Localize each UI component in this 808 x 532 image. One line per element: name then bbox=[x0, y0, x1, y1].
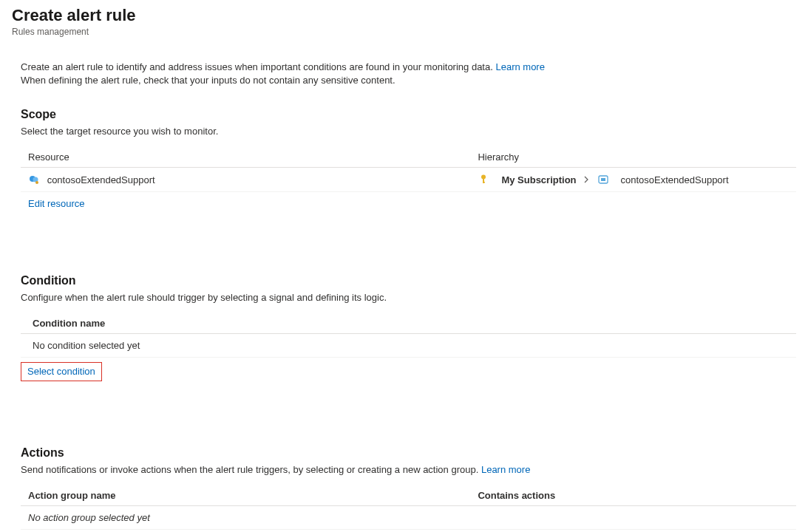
intro-text: Create an alert rule to identify and add… bbox=[21, 61, 796, 87]
cloud-service-icon bbox=[28, 174, 40, 185]
svg-point-2 bbox=[35, 181, 38, 184]
intro-learn-more-link[interactable]: Learn more bbox=[495, 61, 544, 72]
condition-section-title: Condition bbox=[21, 274, 796, 287]
actions-row-empty: No action group selected yet bbox=[21, 506, 796, 530]
svg-rect-5 bbox=[483, 182, 485, 183]
scope-resource-group: contosoExtendedSupport bbox=[621, 174, 729, 185]
intro-line1: Create an alert rule to identify and add… bbox=[21, 61, 493, 72]
resource-group-icon bbox=[597, 174, 609, 185]
condition-col-name: Condition name bbox=[21, 313, 796, 334]
scope-table: Resource Hierarchy contosoExtendedSuppor… bbox=[21, 147, 796, 192]
key-icon bbox=[478, 174, 489, 185]
condition-table: Condition name No condition selected yet bbox=[21, 313, 796, 358]
actions-table: Action group name Contains actions No ac… bbox=[21, 485, 796, 530]
scope-section-title: Scope bbox=[21, 108, 796, 121]
select-condition-link[interactable]: Select condition bbox=[27, 366, 95, 377]
actions-empty-text: No action group selected yet bbox=[21, 506, 796, 530]
actions-col-contains: Contains actions bbox=[470, 485, 796, 506]
scope-subscription: My Subscription bbox=[501, 174, 576, 185]
scope-row: contosoExtendedSupport My Subscription bbox=[21, 168, 796, 192]
intro-line2: When defining the alert rule, check that… bbox=[21, 75, 395, 86]
condition-section-desc: Configure when the alert rule should tri… bbox=[21, 292, 796, 303]
scope-col-resource: Resource bbox=[21, 147, 470, 168]
chevron-right-icon bbox=[584, 176, 590, 183]
page-title: Create alert rule bbox=[12, 6, 796, 25]
actions-section-title: Actions bbox=[21, 446, 796, 460]
actions-section-desc: Send notifications or invoke actions whe… bbox=[21, 464, 796, 475]
edit-resource-link[interactable]: Edit resource bbox=[28, 198, 85, 209]
scope-section-desc: Select the target resource you wish to m… bbox=[21, 126, 796, 137]
actions-desc-text: Send notifications or invoke actions whe… bbox=[21, 464, 478, 475]
page-subtitle: Rules management bbox=[12, 27, 796, 37]
condition-empty-text: No condition selected yet bbox=[21, 334, 796, 358]
select-condition-highlight: Select condition bbox=[21, 362, 102, 381]
scope-col-hierarchy: Hierarchy bbox=[470, 147, 796, 168]
actions-col-name: Action group name bbox=[21, 485, 470, 506]
svg-rect-7 bbox=[601, 178, 605, 181]
actions-learn-more-link[interactable]: Learn more bbox=[481, 464, 530, 475]
scope-resource-name: contosoExtendedSupport bbox=[47, 174, 155, 185]
condition-row-empty: No condition selected yet bbox=[21, 334, 796, 358]
